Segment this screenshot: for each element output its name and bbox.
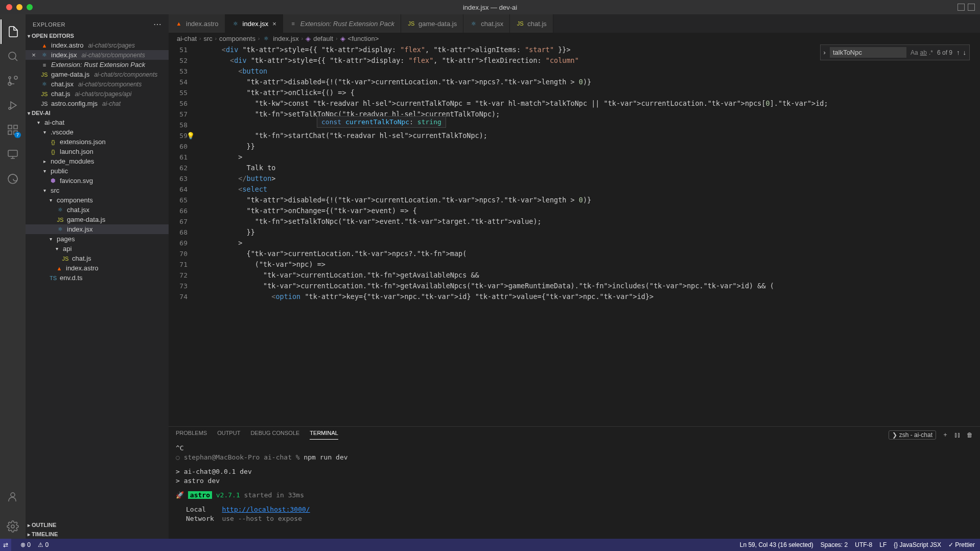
file-index-astro[interactable]: ▲index.astro [26,263,169,273]
source-control-icon[interactable] [1,68,25,93]
local-url-link[interactable]: http://localhost:3000/ [222,506,310,513]
svg-rect-5 [8,125,12,129]
folder-pages[interactable]: ▾pages [26,234,169,244]
svg-rect-6 [14,125,17,129]
search-count: 6 of 9 [937,49,952,56]
open-editor-item[interactable]: JSchat.jsai-chat/src/pages/api [26,89,169,99]
window-title: index.jsx — dev-ai [463,4,517,11]
svg-point-3 [9,77,11,79]
editor-tab[interactable]: JSgame-data.js [401,14,463,33]
symbol-icon: ◈ [306,35,311,42]
editor-tab[interactable]: ≡Extension: Rust Extension Pack [283,14,401,33]
status-warnings[interactable]: ⚠ 0 [38,541,49,548]
svg-point-1 [14,76,17,79]
editor-tab[interactable]: ⚛chat.jsx [463,14,510,33]
folder-node-modules[interactable]: ▸node_modules [26,156,169,166]
status-spaces[interactable]: Spaces: 2 [821,541,848,548]
status-encoding[interactable]: UTF-8 [855,541,872,548]
file-chat-js[interactable]: JSchat.js [26,254,169,263]
explorer-icon[interactable] [1,19,25,44]
new-terminal-icon[interactable]: ＋ [942,430,948,439]
minimize-window-button[interactable] [16,4,22,10]
file-env-dts[interactable]: TSenv.d.ts [26,273,169,283]
status-eol[interactable]: LF [879,541,886,548]
activity-bar: 7 [0,14,26,539]
folder-components[interactable]: ▾components [26,195,169,205]
code-content[interactable]: <div "tk-attr">style={{ "tk-attr">displa… [197,44,980,426]
settings-icon[interactable] [1,514,25,539]
remote-icon[interactable] [1,142,25,167]
maximize-window-button[interactable] [27,4,33,10]
open-editor-item[interactable]: ×⚛index.jsxai-chat/src/components [26,50,169,60]
status-errors[interactable]: ⊗ 0 [20,541,31,548]
open-editor-item[interactable]: JSastro.config.mjsai-chat [26,99,169,108]
folder-ai-chat[interactable]: ▾ai-chat [26,118,169,127]
editor-body[interactable]: › Aaab.* 6 of 9 ↑↓ 515253545556575859💡60… [169,44,980,426]
file-favicon[interactable]: ⬢favicon.svg [26,176,169,186]
sidebar-title: EXPLORER [33,21,65,28]
line-gutter: 515253545556575859💡606162636465666768697… [169,44,197,426]
open-editor-item[interactable]: JSgame-data.jsai-chat/src/components [26,70,169,79]
remote-indicator[interactable]: ⇄ [0,539,11,551]
layout-controls[interactable] [958,4,975,11]
titlebar: index.jsx — dev-ai [0,0,980,14]
svg-point-0 [9,52,16,59]
file-extensions-json[interactable]: {}extensions.json [26,137,169,147]
trash-icon[interactable]: 🗑 [967,431,973,439]
breadcrumb[interactable]: ai-chat› src› components› ⚛index.jsx› ◈d… [169,33,980,44]
outline-header[interactable]: ▸OUTLINE [26,520,169,530]
tab-output[interactable]: OUTPUT [217,430,240,440]
edge-icon[interactable] [1,167,25,191]
hover-tooltip: const currentTalkToNpc: string [317,116,446,128]
search-input[interactable] [830,47,906,58]
terminal-content[interactable]: ^C ○ stephan@MacBook-Pro ai-chat % npm r… [169,440,980,539]
folder-vscode[interactable]: ▾.vscode [26,127,169,137]
tab-terminal[interactable]: TERMINAL [310,430,338,440]
status-lang[interactable]: {} JavaScript JSX [894,541,941,548]
status-prettier[interactable]: ✓ Prettier [948,541,975,548]
sidebar-more-icon[interactable]: ⋯ [153,19,161,29]
editor-tab[interactable]: JSchat.js [510,14,553,33]
editor-tabs: ▲index.astro⚛index.jsx×≡Extension: Rust … [169,14,980,33]
status-cursor[interactable]: Ln 59, Col 43 (16 selected) [740,541,813,548]
file-chat-jsx[interactable]: ⚛chat.jsx [26,205,169,215]
folder-api[interactable]: ▾api [26,244,169,254]
debug-icon[interactable] [1,93,25,118]
project-header[interactable]: ▾DEV-AI [26,108,169,118]
svg-point-12 [11,525,14,528]
extensions-icon[interactable]: 7 [1,118,25,142]
tab-close-icon[interactable]: × [272,20,276,28]
tab-debug-console[interactable]: DEBUG CONSOLE [250,430,299,440]
terminal-shell-label[interactable]: ❯ zsh - ai-chat [889,430,936,440]
editor-tab[interactable]: ⚛index.jsx× [225,14,283,33]
account-icon[interactable] [1,485,25,509]
file-launch-json[interactable]: {}launch.json [26,147,169,156]
svg-rect-7 [8,131,12,134]
close-window-button[interactable] [6,4,12,10]
file-game-data-js[interactable]: JSgame-data.js [26,215,169,224]
open-editors-header[interactable]: ▾OPEN EDITORS [26,31,169,40]
traffic-lights [0,4,33,10]
folder-public[interactable]: ▾public [26,166,169,176]
bottom-panel: PROBLEMS OUTPUT DEBUG CONSOLE TERMINAL ❯… [169,426,980,539]
editor-tab[interactable]: ▲index.astro [169,14,225,33]
symbol-icon: ◈ [340,35,345,42]
split-terminal-icon[interactable]: ⫿⫿ [954,431,961,439]
svg-rect-9 [8,150,17,156]
search-prev-icon[interactable]: ↑ [956,49,960,56]
file-tree: ▾ai-chat ▾.vscode {}extensions.json {}la… [26,118,169,520]
file-index-jsx[interactable]: ⚛index.jsx [26,224,169,234]
search-widget: › Aaab.* 6 of 9 ↑↓ [820,44,970,60]
search-icon[interactable] [1,44,25,68]
status-bar: ⇄ ⊗ 0 ⚠ 0 Ln 59, Col 43 (16 selected) Sp… [0,539,980,551]
tab-problems[interactable]: PROBLEMS [176,430,207,440]
search-expand-icon[interactable]: › [824,49,826,56]
search-next-icon[interactable]: ↓ [963,49,967,56]
svg-point-11 [11,493,15,497]
timeline-header[interactable]: ▸TIMELINE [26,530,169,539]
search-options[interactable]: Aaab.* [911,49,933,56]
folder-src[interactable]: ▾src [26,186,169,195]
open-editor-item[interactable]: ▲index.astroai-chat/src/pages [26,40,169,50]
open-editor-item[interactable]: ⚛chat.jsxai-chat/src/components [26,79,169,89]
open-editor-item[interactable]: ≡Extension: Rust Extension Pack [26,60,169,70]
